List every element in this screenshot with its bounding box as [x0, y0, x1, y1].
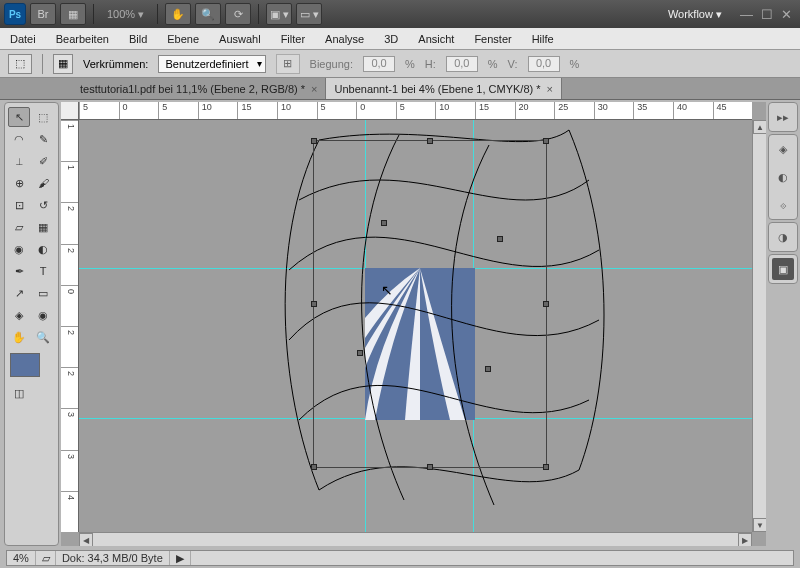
zoom-tool-icon[interactable]: 🔍 — [195, 3, 221, 25]
eraser-tool[interactable]: ▱ — [8, 217, 30, 237]
hand-tool-icon[interactable]: ✋ — [165, 3, 191, 25]
ruler-origin[interactable] — [61, 102, 79, 120]
workspace-switcher[interactable]: Workflow ▾ — [658, 4, 732, 25]
stamp-tool[interactable]: ⊡ — [8, 195, 30, 215]
transform-handle[interactable] — [543, 464, 549, 470]
close-button[interactable]: ✕ — [781, 7, 792, 22]
quick-mask-toggle[interactable]: ◫ — [8, 383, 30, 403]
scroll-up-button[interactable]: ▲ — [753, 120, 766, 134]
foreground-background-color[interactable] — [10, 353, 40, 377]
document-tab[interactable]: Unbenannt-1 bei 4% (Ebene 1, CMYK/8) * × — [326, 78, 562, 99]
status-menu-arrow[interactable]: ▶ — [170, 551, 191, 565]
tab-close-icon[interactable]: × — [311, 83, 317, 95]
v-label: V: — [508, 58, 518, 70]
crop-tool[interactable]: ⟂ — [8, 151, 30, 171]
menu-3d[interactable]: 3D — [384, 33, 398, 45]
menu-datei[interactable]: Datei — [10, 33, 36, 45]
h-distort-field[interactable]: 0,0 — [446, 56, 478, 72]
warp-orientation-icon[interactable]: ⊞ — [276, 54, 300, 74]
minimize-button[interactable]: — — [740, 7, 753, 22]
quick-select-tool[interactable]: ✎ — [32, 129, 54, 149]
path-select-tool[interactable]: ↗ — [8, 283, 30, 303]
menu-analyse[interactable]: Analyse — [325, 33, 364, 45]
scroll-down-button[interactable]: ▼ — [753, 518, 766, 532]
v-distort-field[interactable]: 0,0 — [528, 56, 560, 72]
menu-bild[interactable]: Bild — [129, 33, 147, 45]
warp-control-point[interactable] — [381, 220, 387, 226]
3d-tool[interactable]: ◈ — [8, 305, 30, 325]
menu-bearbeiten[interactable]: Bearbeiten — [56, 33, 109, 45]
menu-ebene[interactable]: Ebene — [167, 33, 199, 45]
bridge-button[interactable]: Br — [30, 3, 56, 25]
blur-tool[interactable]: ◉ — [8, 239, 30, 259]
transform-handle[interactable] — [543, 138, 549, 144]
document-window: 5051015105051015202530354045 1122022334 — [61, 102, 766, 546]
tab-title: Unbenannt-1 bei 4% (Ebene 1, CMYK/8) * — [334, 83, 540, 95]
tab-close-icon[interactable]: × — [547, 83, 553, 95]
warp-preset-dropdown[interactable]: Benutzerdefiniert — [158, 55, 265, 73]
screen-mode-button[interactable]: ▭ ▾ — [296, 3, 322, 25]
menu-ansicht[interactable]: Ansicht — [418, 33, 454, 45]
channels-panel-icon[interactable]: ◐ — [772, 166, 794, 188]
transform-handle[interactable] — [311, 464, 317, 470]
horizontal-scrollbar[interactable]: ◀ ▶ — [79, 532, 752, 546]
tools-panel: ↖⬚ ◠✎ ⟂✐ ⊕🖌 ⊡↺ ▱▦ ◉◐ ✒T ↗▭ ◈◉ ✋🔍 ◫ — [4, 102, 59, 546]
adjustments-panel-icon[interactable]: ◑ — [772, 226, 794, 248]
marquee-tool[interactable]: ⬚ — [32, 107, 54, 127]
status-bar: 4% ▱ Dok: 34,3 MB/0 Byte ▶ — [6, 550, 794, 566]
tab-title: testtutoria1l.pdf bei 11,1% (Ebene 2, RG… — [80, 83, 305, 95]
shape-tool[interactable]: ▭ — [32, 283, 54, 303]
mini-bridge-button[interactable]: ▦ — [60, 3, 86, 25]
zoom-tool[interactable]: 🔍 — [32, 327, 54, 347]
zoom-dropdown[interactable]: 100% ▾ — [101, 8, 150, 21]
transform-handle[interactable] — [311, 301, 317, 307]
history-panel-icon[interactable]: ▣ — [772, 258, 794, 280]
arrange-docs-button[interactable]: ▣ ▾ — [266, 3, 292, 25]
scroll-left-button[interactable]: ◀ — [79, 533, 93, 546]
healing-tool[interactable]: ⊕ — [8, 173, 30, 193]
transform-handle[interactable] — [427, 138, 433, 144]
warp-control-point[interactable] — [357, 350, 363, 356]
vertical-scrollbar[interactable]: ▲ ▼ — [752, 120, 766, 532]
warp-control-point[interactable] — [485, 366, 491, 372]
scroll-right-button[interactable]: ▶ — [738, 533, 752, 546]
type-tool[interactable]: T — [32, 261, 54, 281]
menu-filter[interactable]: Filter — [281, 33, 305, 45]
restore-button[interactable]: ☐ — [761, 7, 773, 22]
gradient-tool[interactable]: ▦ — [32, 217, 54, 237]
h-label: H: — [425, 58, 436, 70]
dodge-tool[interactable]: ◐ — [32, 239, 54, 259]
menu-auswahl[interactable]: Auswahl — [219, 33, 261, 45]
canvas[interactable]: ↖ — [79, 120, 752, 532]
current-tool-icon[interactable]: ⬚ — [8, 54, 32, 74]
hand-tool[interactable]: ✋ — [8, 327, 30, 347]
document-tab[interactable]: testtutoria1l.pdf bei 11,1% (Ebene 2, RG… — [72, 78, 326, 99]
warp-control-point[interactable] — [497, 236, 503, 242]
transform-handle[interactable] — [427, 464, 433, 470]
rotate-view-icon[interactable]: ⟳ — [225, 3, 251, 25]
eyedropper-tool[interactable]: ✐ — [32, 151, 54, 171]
3d-camera-tool[interactable]: ◉ — [32, 305, 54, 325]
expand-dock-icon[interactable]: ▸▸ — [772, 106, 794, 128]
right-panel-dock: ▸▸ ◈ ◐ ⟐ ◑ ▣ — [768, 100, 800, 548]
warp-grid-icon[interactable]: ▦ — [53, 54, 73, 74]
zoom-level-field[interactable]: 4% — [7, 551, 36, 565]
transform-bounding-box[interactable] — [313, 140, 547, 468]
transform-handle[interactable] — [311, 138, 317, 144]
brush-tool[interactable]: 🖌 — [32, 173, 54, 193]
status-icon[interactable]: ▱ — [36, 551, 56, 565]
history-brush-tool[interactable]: ↺ — [32, 195, 54, 215]
menu-hilfe[interactable]: Hilfe — [532, 33, 554, 45]
pen-tool[interactable]: ✒ — [8, 261, 30, 281]
transform-handle[interactable] — [543, 301, 549, 307]
menu-fenster[interactable]: Fenster — [474, 33, 511, 45]
bend-field[interactable]: 0,0 — [363, 56, 395, 72]
horizontal-ruler[interactable]: 5051015105051015202530354045 — [79, 102, 752, 120]
document-info[interactable]: Dok: 34,3 MB/0 Byte — [56, 551, 170, 565]
vertical-ruler[interactable]: 1122022334 — [61, 120, 79, 532]
lasso-tool[interactable]: ◠ — [8, 129, 30, 149]
paths-panel-icon[interactable]: ⟐ — [772, 194, 794, 216]
move-tool[interactable]: ↖ — [8, 107, 30, 127]
layers-panel-icon[interactable]: ◈ — [772, 138, 794, 160]
bend-label: Biegung: — [310, 58, 353, 70]
